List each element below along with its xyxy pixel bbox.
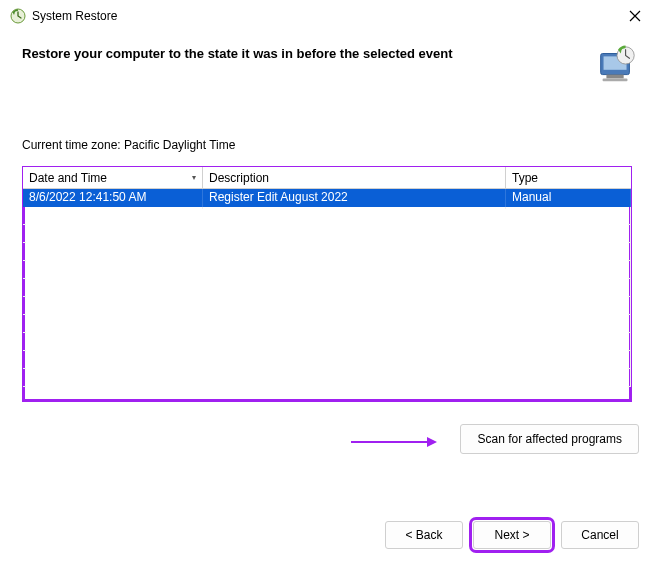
cell-type: Manual [506, 189, 631, 207]
column-header-date-label: Date and Time [29, 171, 107, 185]
svg-rect-4 [606, 75, 623, 79]
page-heading: Restore your computer to the state it wa… [22, 42, 583, 61]
table-row[interactable]: 8/6/2022 12:41:50 AM Register Edit Augus… [23, 189, 631, 207]
cancel-button[interactable]: Cancel [561, 521, 639, 549]
cell-date: 8/6/2022 12:41:50 AM [23, 189, 203, 207]
timezone-label: Current time zone: Pacific Daylight Time [22, 138, 639, 152]
titlebar: System Restore [0, 0, 661, 32]
column-header-type-label: Type [512, 171, 538, 185]
system-restore-icon [10, 8, 26, 24]
column-header-description-label: Description [209, 171, 269, 185]
back-button[interactable]: < Back [385, 521, 463, 549]
restore-large-icon [593, 42, 639, 88]
close-button[interactable] [617, 2, 653, 30]
svg-marker-9 [427, 437, 437, 447]
sort-indicator-icon: ▾ [192, 173, 196, 182]
restore-points-table[interactable]: Date and Time ▾ Description Type 8/6/202… [22, 166, 632, 402]
scan-affected-programs-button[interactable]: Scan for affected programs [460, 424, 639, 454]
column-header-date[interactable]: Date and Time ▾ [23, 167, 203, 188]
cell-description: Register Edit August 2022 [203, 189, 506, 207]
annotation-arrow-icon [349, 434, 439, 453]
column-header-description[interactable]: Description [203, 167, 506, 188]
svg-rect-5 [603, 78, 628, 81]
next-button[interactable]: Next > [473, 521, 551, 549]
window-title: System Restore [32, 9, 617, 23]
table-header: Date and Time ▾ Description Type [23, 167, 631, 189]
wizard-footer: < Back Next > Cancel [385, 521, 639, 549]
column-header-type[interactable]: Type [506, 167, 631, 188]
